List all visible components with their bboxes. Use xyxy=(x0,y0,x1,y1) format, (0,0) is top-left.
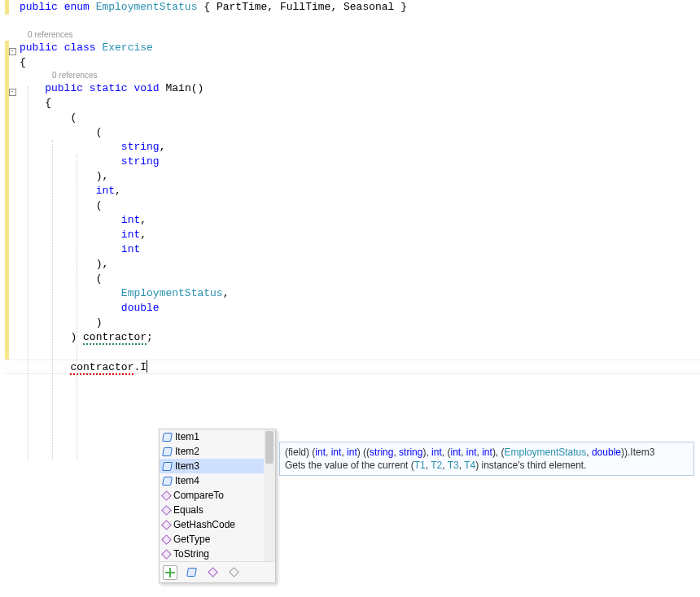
intellisense-filter-bar xyxy=(160,561,275,582)
code-line[interactable]: -public class Exercise xyxy=(5,41,700,55)
intellisense-item-label: GetType xyxy=(173,532,210,547)
intellisense-item[interactable]: Item2 xyxy=(160,444,275,459)
code-line[interactable]: { xyxy=(5,96,700,111)
tooltip-signature: (field) (int, int, int) ((string, string… xyxy=(285,446,689,459)
intellisense-item-label: GetHashCode xyxy=(173,517,235,532)
code-line[interactable]: ( xyxy=(5,125,700,140)
method-icon xyxy=(161,490,172,501)
blank-line[interactable] xyxy=(5,15,700,29)
codelens[interactable]: 0 references xyxy=(5,29,700,41)
filter-method-icon[interactable] xyxy=(205,565,220,580)
code-line[interactable]: - public static void Main() xyxy=(5,81,700,96)
code-line[interactable]: ) contractor; xyxy=(5,330,700,345)
code-line[interactable]: ), xyxy=(5,257,700,272)
scrollbar-thumb[interactable] xyxy=(265,431,273,464)
active-code-line[interactable]: contractor.I xyxy=(5,360,700,374)
intellisense-item[interactable]: Item4 xyxy=(160,473,275,488)
code-line[interactable]: EmploymentStatus, xyxy=(5,286,700,301)
code-line[interactable]: ), xyxy=(5,169,700,184)
code-line[interactable]: ) xyxy=(5,316,700,330)
code-line[interactable]: int, xyxy=(5,184,700,198)
intellisense-item[interactable]: Item1 xyxy=(160,429,275,444)
collapse-icon[interactable]: - xyxy=(9,89,16,96)
filter-extension-icon[interactable] xyxy=(226,565,241,580)
field-icon xyxy=(162,447,173,456)
code-line[interactable]: public enum EmploymentStatus { PartTime,… xyxy=(5,0,700,15)
code-line[interactable]: ( xyxy=(5,111,700,125)
code-line[interactable]: int, xyxy=(5,228,700,242)
intellisense-item-label: CompareTo xyxy=(173,488,224,503)
code-line[interactable]: ( xyxy=(5,272,700,286)
field-icon xyxy=(162,477,173,486)
intellisense-list[interactable]: Item1 Item2 Item3 Item4 CompareTo Equals… xyxy=(160,429,275,561)
method-icon xyxy=(161,520,172,530)
intellisense-item[interactable]: CompareTo xyxy=(160,488,275,503)
intellisense-item-label: Item2 xyxy=(175,444,199,459)
intellisense-item-selected[interactable]: Item3 xyxy=(160,459,275,473)
tooltip-description: Gets the value of the current (T1, T2, T… xyxy=(285,459,689,472)
intellisense-item-label: Item4 xyxy=(175,473,199,488)
code-line[interactable]: string, xyxy=(5,140,700,155)
method-icon xyxy=(161,505,172,516)
intellisense-item[interactable]: ToString xyxy=(160,547,275,561)
field-icon xyxy=(162,462,173,471)
codelens[interactable]: 0 references xyxy=(5,70,700,81)
field-icon xyxy=(162,433,173,442)
intellisense-item-label: ToString xyxy=(173,547,209,561)
code-line[interactable]: string xyxy=(5,155,700,169)
filter-field-icon[interactable] xyxy=(184,565,199,580)
code-line[interactable]: ( xyxy=(5,198,700,213)
scrollbar[interactable] xyxy=(264,429,275,561)
code-line[interactable]: double xyxy=(5,301,700,316)
code-line[interactable]: int, xyxy=(5,213,700,228)
code-line[interactable]: { xyxy=(5,55,700,70)
intellisense-item-label: Equals xyxy=(173,503,203,517)
blank-line[interactable] xyxy=(5,345,700,360)
intellisense-popup[interactable]: Item1 Item2 Item3 Item4 CompareTo Equals… xyxy=(159,429,276,583)
intellisense-item-label: Item3 xyxy=(175,459,199,473)
text-caret xyxy=(147,360,147,373)
filter-all-icon[interactable] xyxy=(163,565,177,580)
method-icon xyxy=(161,534,172,545)
intellisense-item[interactable]: Equals xyxy=(160,503,275,517)
collapse-icon[interactable]: - xyxy=(9,48,16,55)
code-editor[interactable]: public enum EmploymentStatus { PartTime,… xyxy=(0,0,700,374)
intellisense-item-label: Item1 xyxy=(175,429,199,444)
intellisense-item[interactable]: GetType xyxy=(160,532,275,547)
intellisense-tooltip: (field) (int, int, int) ((string, string… xyxy=(279,442,694,476)
method-icon xyxy=(161,549,172,560)
code-line[interactable]: int xyxy=(5,242,700,257)
intellisense-item[interactable]: GetHashCode xyxy=(160,517,275,532)
